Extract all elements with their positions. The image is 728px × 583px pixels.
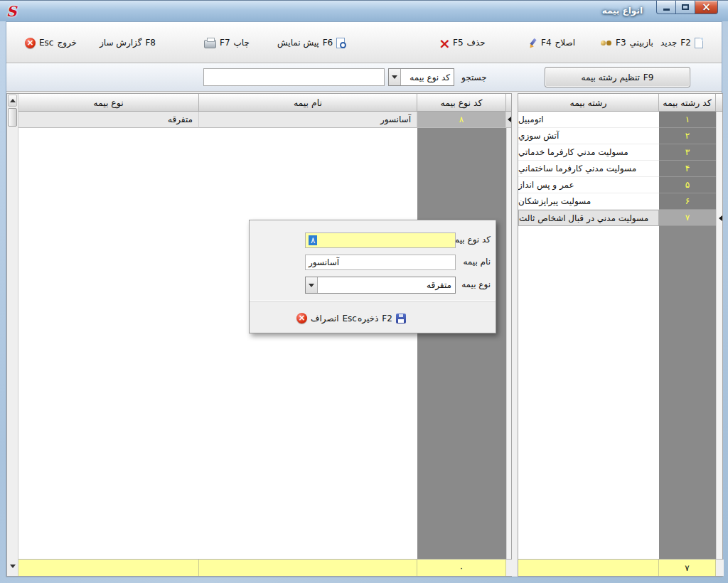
window-controls bbox=[657, 1, 718, 14]
minimize-button[interactable] bbox=[656, 1, 676, 14]
cell-branch-name: مسوليت پيراپزشكان bbox=[518, 193, 659, 210]
toolbar: Esc خروج گزارش ساز F8 F7 چاپ پيش نمايش F… bbox=[6, 22, 722, 63]
column-header-type[interactable]: نوع بيمه bbox=[18, 94, 199, 111]
close-button[interactable] bbox=[695, 1, 718, 14]
combo-dropdown-button[interactable] bbox=[389, 69, 401, 85]
branches-grid-header: رشته بيمه کد رشته بيمه bbox=[518, 94, 722, 112]
types-grid: نوع بيمه نام بيمه کد نوع بيمه متفرقه آسا… bbox=[6, 93, 512, 577]
shortcut-label: Esc bbox=[39, 38, 53, 48]
button-label: چاپ bbox=[234, 38, 250, 48]
button-label: جديد bbox=[660, 38, 677, 48]
edit-icon bbox=[528, 38, 537, 48]
table-row[interactable]: آتش سوزي ۲ bbox=[518, 128, 722, 144]
footer-name bbox=[199, 560, 417, 576]
new-button[interactable]: جديد F2 bbox=[656, 31, 707, 55]
types-grid-body: متفرقه آسانسور ۸ bbox=[7, 112, 511, 559]
shortcut-label: F5 bbox=[453, 38, 464, 48]
button-label: بازبيني bbox=[630, 38, 653, 48]
cell-branch-code: ۳ bbox=[659, 144, 716, 161]
arrow-down-icon bbox=[10, 565, 16, 568]
cell-branch-code: ۶ bbox=[659, 193, 716, 210]
report-builder-button[interactable]: گزارش ساز F8 bbox=[95, 31, 160, 55]
button-label: ذخيره bbox=[358, 314, 378, 323]
code-field[interactable]: ۸ bbox=[305, 232, 456, 248]
column-header-indicator bbox=[716, 94, 724, 111]
column-header-branch[interactable]: رشته بيمه bbox=[518, 94, 659, 111]
cell-branch-name: مسوليت مدني در قبال اشخاص ثالث bbox=[518, 210, 659, 226]
chevron-down-icon bbox=[309, 284, 314, 287]
scroll-up-button[interactable] bbox=[8, 95, 17, 107]
exit-button[interactable]: Esc خروج bbox=[21, 31, 81, 55]
button-label: حذف bbox=[467, 38, 486, 48]
print-icon bbox=[204, 40, 216, 48]
table-row[interactable]: اتومبيل ۱ bbox=[518, 112, 722, 128]
cancel-button[interactable]: انصراف Esc bbox=[296, 313, 357, 323]
row-indicator bbox=[716, 161, 722, 177]
titlebar: S انواع بيمه bbox=[0, 0, 728, 21]
column-header-name[interactable]: نام بيمه bbox=[199, 94, 417, 111]
code-column-strip bbox=[417, 112, 506, 559]
cell-branch-name: مسوليت مدني كارفرما خدماتي bbox=[518, 144, 659, 161]
shortcut-label: F9 bbox=[643, 73, 654, 82]
row-indicator bbox=[716, 177, 722, 193]
search-bar: کد نوع بيمه جستجو تنظيم رشته بيمه F9 bbox=[6, 63, 722, 92]
type-field-combo[interactable]: متفرقه bbox=[305, 277, 456, 294]
maximize-icon bbox=[682, 4, 689, 10]
shortcut-label: F7 bbox=[220, 38, 230, 48]
cell-type: متفرقه bbox=[18, 112, 199, 128]
button-label: اصلاح bbox=[555, 38, 575, 48]
window-body: Esc خروج گزارش ساز F8 F7 چاپ پيش نمايش F… bbox=[6, 21, 722, 577]
footer-branch-code: ۷ bbox=[659, 560, 716, 576]
shortcut-label: F4 bbox=[541, 38, 552, 48]
code-field-label: کد نوع بيمه bbox=[450, 235, 491, 245]
cell-branch-code: ۵ bbox=[659, 177, 716, 193]
edit-dialog: کد نوع بيمه ۸ نام بيمه آسانسور نوع بيمه … bbox=[249, 220, 496, 333]
combo-value: کد نوع بيمه bbox=[401, 69, 454, 85]
preview-icon bbox=[336, 38, 345, 48]
save-button[interactable]: ذخيره F2 bbox=[358, 314, 406, 323]
review-button[interactable]: F3 بازبيني bbox=[596, 31, 658, 55]
scroll-down-button[interactable] bbox=[8, 560, 17, 572]
column-header-code[interactable]: کد نوع بيمه bbox=[417, 94, 506, 111]
app-window: S انواع بيمه Esc خروج گزارش ساز F8 F7 چا… bbox=[0, 0, 728, 583]
exit-icon bbox=[25, 38, 36, 48]
search-field-combo[interactable]: کد نوع بيمه bbox=[388, 68, 454, 86]
arrow-up-icon bbox=[10, 99, 16, 102]
preview-button[interactable]: پيش نمايش F6 bbox=[273, 31, 349, 55]
table-row[interactable]: مسوليت مدني كارفرما خدماتي ۳ bbox=[518, 144, 722, 161]
row-indicator bbox=[716, 210, 722, 226]
delete-button[interactable]: F5 حذف bbox=[434, 31, 490, 55]
name-field[interactable]: آسانسور bbox=[305, 255, 456, 270]
maximize-button[interactable] bbox=[675, 1, 695, 14]
cell-branch-name: عمر و پس انداز bbox=[518, 177, 659, 193]
shortcut-label: Esc bbox=[342, 314, 356, 323]
branches-grid-footer: ۷ bbox=[518, 559, 722, 576]
table-row[interactable]: مسوليت مدني در قبال اشخاص ثالث ۷ bbox=[518, 210, 722, 226]
edit-button[interactable]: F4 اصلاح bbox=[523, 31, 579, 55]
shortcut-label: F2 bbox=[680, 38, 691, 48]
table-row[interactable]: مسوليت پيراپزشكان ۶ bbox=[518, 193, 722, 210]
branch-setup-button[interactable]: تنظيم رشته بيمه F9 bbox=[545, 67, 690, 87]
delete-icon bbox=[439, 38, 449, 48]
scrollbar-thumb[interactable] bbox=[8, 108, 17, 127]
table-row[interactable]: متفرقه آسانسور ۸ bbox=[7, 112, 511, 128]
column-header-branch-code[interactable]: کد رشته بيمه bbox=[659, 94, 716, 111]
types-grid-header: نوع بيمه نام بيمه کد نوع بيمه bbox=[7, 94, 511, 112]
vertical-scrollbar[interactable] bbox=[7, 94, 18, 576]
print-button[interactable]: F7 چاپ bbox=[200, 31, 254, 55]
table-row[interactable]: عمر و پس انداز ۵ bbox=[518, 177, 722, 193]
new-icon bbox=[695, 38, 703, 48]
chevron-down-icon bbox=[392, 75, 397, 79]
shortcut-label: F8 bbox=[145, 38, 156, 48]
table-row[interactable]: مسوليت مدني كارفرما ساختماني ۴ bbox=[518, 161, 722, 177]
row-indicator bbox=[716, 128, 722, 144]
footer-code: ۰ bbox=[417, 560, 506, 576]
button-label: انصراف bbox=[311, 314, 338, 323]
combo-value: متفرقه bbox=[318, 277, 455, 293]
cell-branch-code: ۱ bbox=[659, 112, 716, 128]
combo-dropdown-button[interactable] bbox=[306, 277, 318, 293]
search-label: جستجو bbox=[461, 73, 487, 82]
search-input[interactable] bbox=[203, 68, 385, 86]
type-field-label: نوع بيمه bbox=[461, 279, 491, 289]
shortcut-label: F2 bbox=[382, 314, 392, 323]
